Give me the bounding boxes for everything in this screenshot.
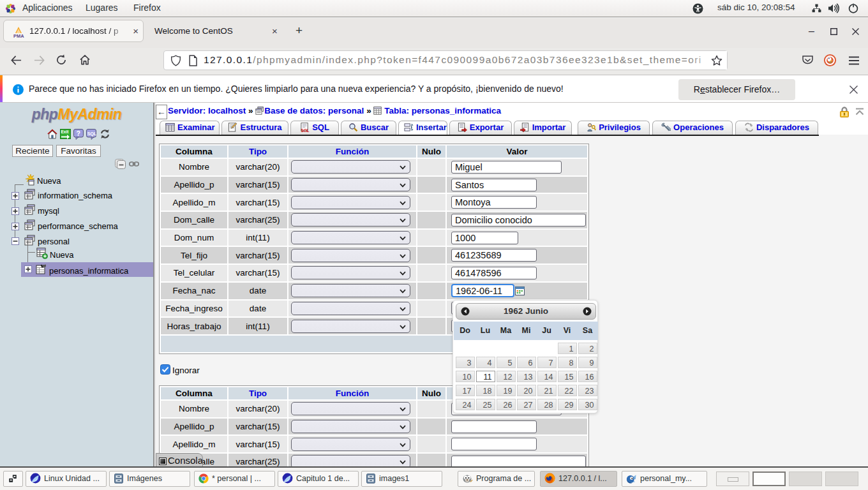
svg-text:SQL: SQL bbox=[87, 131, 96, 137]
svg-text:PMA: PMA bbox=[13, 33, 24, 38]
svg-text:Exit: Exit bbox=[61, 130, 70, 134]
svg-text:?: ? bbox=[77, 130, 80, 137]
svg-text:SQL: SQL bbox=[301, 128, 310, 132]
